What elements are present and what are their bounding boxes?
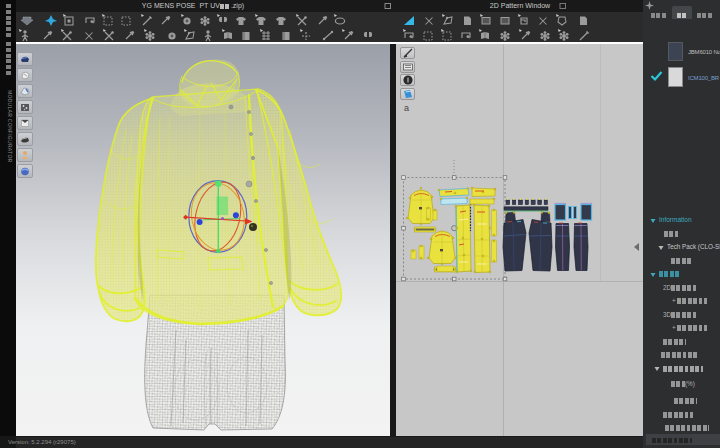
svg-text:a: a	[404, 103, 409, 113]
